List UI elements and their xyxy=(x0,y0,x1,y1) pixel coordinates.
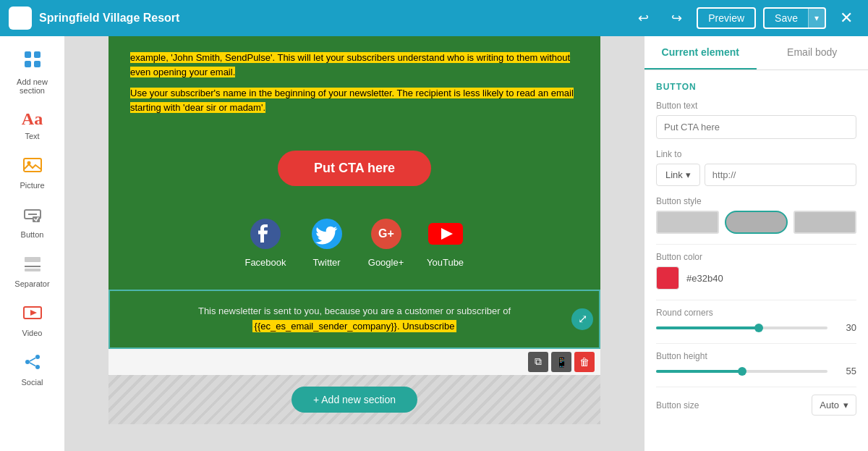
save-dropdown-button[interactable]: ▾ xyxy=(808,9,825,28)
footer-tool-mobile[interactable]: 📱 xyxy=(551,352,571,372)
social-item-twitter[interactable]: Twitter xyxy=(308,215,346,268)
social-label-youtube: YouTube xyxy=(427,257,464,268)
svg-rect-0 xyxy=(25,51,31,58)
panel-tabs: Current element Email body xyxy=(644,36,868,70)
button-height-thumb[interactable] xyxy=(738,367,746,376)
cta-button[interactable]: Put CTA here xyxy=(278,151,431,186)
round-corners-fill xyxy=(656,326,759,329)
button-size-value: Auto xyxy=(820,400,839,410)
add-section-button[interactable]: + Add new section xyxy=(292,387,417,413)
picture-icon xyxy=(22,155,43,178)
round-corners-value: 30 xyxy=(835,322,856,333)
round-corners-label: Round corners xyxy=(656,308,856,318)
sidebar-item-text[interactable]: Aa Text xyxy=(5,104,60,146)
svg-point-14 xyxy=(25,360,30,364)
sidebar-item-video[interactable]: Video xyxy=(5,297,60,343)
button-size-label: Button size xyxy=(656,400,699,410)
social-item-googleplus[interactable]: G+ Google+ xyxy=(367,215,405,268)
divider-4 xyxy=(656,387,856,387)
svg-line-17 xyxy=(30,358,35,362)
svg-marker-13 xyxy=(30,310,37,316)
social-section[interactable]: Facebook Twitter xyxy=(109,201,600,290)
sidebar-item-label: Text xyxy=(25,132,39,140)
footer-wrapper: This newsletter is sent to you, because … xyxy=(109,290,600,375)
sidebar-item-label: Picture xyxy=(20,181,44,190)
cta-section[interactable]: Put CTA here xyxy=(109,136,600,201)
svg-point-16 xyxy=(35,365,40,369)
button-height-slider-row: 55 xyxy=(656,366,856,376)
main-layout: Add new section Aa Text Picture xyxy=(0,36,868,451)
link-type-label: Link xyxy=(665,169,683,180)
button-size-dropdown[interactable]: Auto ▾ xyxy=(812,395,856,416)
svg-point-15 xyxy=(35,355,40,359)
sidebar-item-button[interactable]: Button xyxy=(5,198,60,245)
round-corners-thumb[interactable] xyxy=(754,324,763,332)
footer-tool-copy[interactable]: ⧉ xyxy=(528,352,548,372)
button-height-value: 55 xyxy=(835,366,856,376)
round-corners-track xyxy=(656,326,827,329)
footer-variable: {{ec_es_email_sender_company}}. Unsubscr… xyxy=(252,320,457,332)
sidebar-item-picture[interactable]: Picture xyxy=(5,149,60,195)
sidebar-item-separator[interactable]: Separator xyxy=(5,248,60,294)
social-item-youtube[interactable]: YouTube xyxy=(427,215,464,268)
link-url-input[interactable] xyxy=(705,164,856,186)
color-swatch[interactable] xyxy=(656,266,679,290)
text-block-1: example, 'John Smith, SendPulse'. This w… xyxy=(130,51,579,79)
left-sidebar: Add new section Aa Text Picture xyxy=(0,36,65,451)
button-text-input[interactable] xyxy=(656,115,856,139)
sidebar-item-add-section[interactable]: Add new section xyxy=(5,43,60,101)
redo-button[interactable]: ↪ xyxy=(663,5,689,31)
button-style-label: Button style xyxy=(656,196,856,206)
svg-rect-4 xyxy=(24,159,41,172)
footer-text-line2: {{ec_es_email_sender_company}}. Unsubscr… xyxy=(132,319,577,334)
sidebar-item-social[interactable]: Social xyxy=(5,346,60,392)
tab-email-body[interactable]: Email body xyxy=(757,36,869,69)
canvas-area[interactable]: example, 'John Smith, SendPulse'. This w… xyxy=(65,36,644,451)
add-section-bar: + Add new section xyxy=(109,375,600,424)
text-icon: Aa xyxy=(22,109,43,129)
divider-1 xyxy=(656,244,856,245)
footer-section[interactable]: This newsletter is sent to you, because … xyxy=(109,290,600,349)
round-corners-slider-row: 30 xyxy=(656,322,856,333)
svg-rect-2 xyxy=(25,61,31,67)
close-button[interactable]: ✕ xyxy=(833,5,859,31)
right-panel: Current element Email body BUTTON Button… xyxy=(644,36,868,451)
footer-move-button[interactable]: ⤢ xyxy=(571,308,593,330)
svg-rect-11 xyxy=(25,269,41,271)
svg-rect-3 xyxy=(34,61,41,67)
color-hex-value: #e32b40 xyxy=(686,273,723,284)
button-color-label: Button color xyxy=(656,252,856,262)
social-label-twitter: Twitter xyxy=(312,257,340,268)
sidebar-item-label: Video xyxy=(22,329,43,337)
link-dropdown-icon: ▾ xyxy=(686,169,691,180)
undo-button[interactable]: ↩ xyxy=(630,5,656,31)
style-opt-1[interactable] xyxy=(656,211,719,234)
preview-button[interactable]: Preview xyxy=(697,7,756,29)
googleplus-icon: G+ xyxy=(367,215,405,253)
email-text-section[interactable]: example, 'John Smith, SendPulse'. This w… xyxy=(109,36,600,136)
svg-rect-1 xyxy=(34,51,41,58)
style-opt-2[interactable] xyxy=(725,211,788,234)
button-size-chevron: ▾ xyxy=(843,400,848,410)
footer-tool-delete[interactable]: 🗑 xyxy=(574,352,595,372)
social-icon xyxy=(22,352,43,375)
color-row: #e32b40 xyxy=(656,266,856,290)
social-item-facebook[interactable]: Facebook xyxy=(244,215,286,268)
video-icon xyxy=(22,303,43,326)
svg-text:G+: G+ xyxy=(378,227,394,240)
save-button[interactable]: Save xyxy=(765,9,808,28)
style-options xyxy=(656,211,856,234)
style-opt-3[interactable] xyxy=(793,211,856,234)
button-text-label: Button text xyxy=(656,101,856,111)
twitter-icon xyxy=(308,215,346,253)
button-icon xyxy=(22,204,43,227)
social-icons-row: Facebook Twitter xyxy=(244,215,464,268)
panel-section-title: BUTTON xyxy=(656,82,856,92)
text-block-2: Use your subscriber's name in the beginn… xyxy=(130,86,579,114)
tab-current-element[interactable]: Current element xyxy=(644,36,757,69)
sidebar-item-label: Separator xyxy=(14,279,49,288)
link-row: Link ▾ xyxy=(656,164,856,186)
button-height-label: Button height xyxy=(656,351,856,361)
email-canvas: example, 'John Smith, SendPulse'. This w… xyxy=(109,36,600,451)
link-type-button[interactable]: Link ▾ xyxy=(656,164,700,186)
